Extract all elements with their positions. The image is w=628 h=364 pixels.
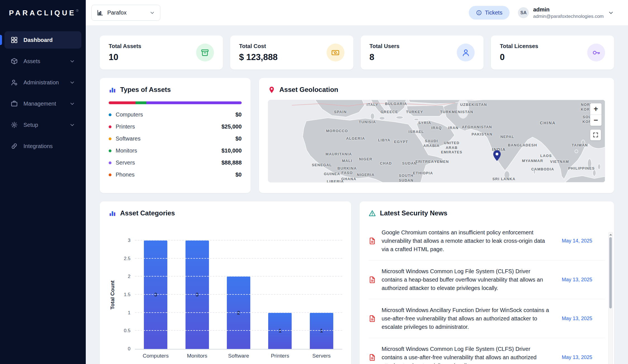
alert-file-icon bbox=[368, 354, 376, 361]
fullscreen-button[interactable] bbox=[590, 129, 601, 141]
map-controls: + − bbox=[590, 103, 602, 141]
types-of-assets-title: Types of Assets bbox=[109, 86, 242, 94]
integrations-icon bbox=[11, 142, 18, 150]
map-pin-icon bbox=[268, 86, 275, 94]
bar-column: 1 bbox=[259, 241, 301, 349]
sidebar-item-assets[interactable]: Assets bbox=[4, 53, 81, 70]
x-axis-labels: ComputersMonitorsSoftwarePrintersServers bbox=[135, 353, 342, 359]
x-axis-label: Computers bbox=[135, 353, 176, 359]
asset-categories-card: Asset Categories Total Count 33211 00.51… bbox=[100, 201, 351, 364]
user-icon bbox=[457, 44, 475, 61]
scrollbar-up-arrow-icon[interactable] bbox=[609, 234, 612, 235]
bar-software: 2 bbox=[227, 277, 250, 349]
chevron-down-icon bbox=[149, 10, 155, 16]
stat-card: Total Users8 bbox=[361, 35, 484, 70]
bar-computers: 3 bbox=[144, 241, 167, 349]
key-icon bbox=[587, 44, 605, 61]
y-axis-tick: 1 bbox=[128, 310, 130, 316]
sidebar-item-label: Administration bbox=[23, 79, 59, 86]
management-icon bbox=[11, 100, 18, 107]
user-menu[interactable]: SA admin admin@parafoxtechnologies.com bbox=[518, 6, 614, 19]
card-title-text: Types of Assets bbox=[120, 86, 171, 94]
avatar: SA bbox=[518, 7, 529, 18]
news-date-link[interactable]: May 14, 2025 bbox=[562, 238, 592, 244]
stat-card: Total Licenses0 bbox=[491, 35, 614, 70]
bar-value-label: 3 bbox=[154, 292, 157, 298]
scrollbar-thumb[interactable] bbox=[609, 237, 612, 308]
card-title-text: Asset Categories bbox=[120, 209, 175, 217]
legend-dot-icon bbox=[109, 125, 111, 128]
asset-type-row: Computers$0 bbox=[109, 109, 242, 121]
stat-value: 0 bbox=[500, 52, 538, 62]
gridline bbox=[135, 276, 342, 277]
sidebar-item-setup[interactable]: Setup bbox=[4, 116, 81, 134]
zoom-out-button[interactable]: − bbox=[590, 115, 601, 126]
stat-value: 10 bbox=[109, 52, 141, 62]
asset-type-label: Monitors bbox=[116, 147, 137, 154]
cash-icon bbox=[327, 44, 344, 61]
asset-type-label: Softwares bbox=[116, 135, 141, 142]
stat-value: 8 bbox=[370, 52, 399, 62]
legend-dot-icon bbox=[109, 149, 111, 152]
news-item: Google Chromium contains an insufficient… bbox=[368, 222, 605, 260]
gridline bbox=[135, 330, 342, 331]
stat-texts: Total Assets10 bbox=[109, 43, 141, 62]
asset-type-row: Monitors$10,000 bbox=[109, 145, 242, 157]
stat-value: $ 123,888 bbox=[239, 52, 278, 62]
world-map[interactable]: ITALYBULGARIASPAINGREECETURKEYTURKMENIST… bbox=[268, 100, 605, 182]
asset-type-value: $10,000 bbox=[222, 147, 242, 154]
legend-dot-icon bbox=[109, 137, 111, 140]
sidebar-item-dashboard[interactable]: Dashboard bbox=[4, 31, 81, 49]
sidebar-item-label: Setup bbox=[23, 122, 38, 128]
progress-segment bbox=[135, 101, 146, 104]
alert-file-icon bbox=[368, 315, 376, 322]
dashboard-content: Total Assets10Total Cost$ 123,888Total U… bbox=[86, 26, 628, 364]
legend-dot-icon bbox=[109, 161, 111, 164]
sidebar-collapse-icon[interactable] bbox=[76, 9, 78, 17]
sidebar-nav: DashboardAssetsAdministrationManagementS… bbox=[0, 26, 86, 160]
news-date-link[interactable]: May 13, 2025 bbox=[562, 277, 592, 283]
sidebar-item-label: Integrations bbox=[23, 143, 53, 149]
map-marker-pin[interactable] bbox=[493, 150, 501, 161]
dashboard-icon bbox=[11, 36, 18, 44]
stat-texts: Total Users8 bbox=[370, 43, 399, 62]
chevron-down-icon bbox=[69, 122, 75, 128]
news-item: Microsoft Windows Ancillary Function Dri… bbox=[368, 299, 605, 338]
user-name: admin bbox=[533, 6, 604, 13]
bar-column: 2 bbox=[218, 241, 259, 349]
sidebar-item-administration[interactable]: Administration bbox=[4, 74, 81, 91]
tickets-button[interactable]: Tickets bbox=[469, 6, 510, 20]
sidebar-item-management[interactable]: Management bbox=[4, 95, 81, 112]
chevron-down-icon bbox=[69, 80, 75, 85]
sidebar-item-label: Dashboard bbox=[23, 37, 53, 43]
alert-file-icon bbox=[368, 237, 376, 245]
org-name: Parafox bbox=[107, 9, 127, 16]
sidebar: PARACLIQUE DashboardAssetsAdministration… bbox=[0, 0, 86, 364]
brand-logo: PARACLIQUE bbox=[9, 9, 76, 17]
stat-texts: Total Licenses0 bbox=[500, 43, 538, 62]
asset-type-row: Phones$0 bbox=[109, 169, 242, 181]
sidebar-item-integrations[interactable]: Integrations bbox=[4, 137, 81, 155]
progress-segment bbox=[146, 101, 242, 104]
news-scrollbar[interactable] bbox=[608, 232, 613, 364]
asset-type-label: Printers bbox=[116, 123, 135, 130]
stat-texts: Total Cost$ 123,888 bbox=[239, 43, 278, 62]
news-date-link[interactable]: May 13, 2025 bbox=[562, 316, 592, 322]
warning-triangle-icon bbox=[368, 210, 376, 217]
asset-type-value: $0 bbox=[236, 135, 242, 142]
bar-chart-icon bbox=[109, 210, 116, 217]
chevron-down-icon bbox=[69, 58, 75, 64]
types-of-assets-card: Types of Assets Computers$0Printers$25,0… bbox=[100, 78, 251, 193]
info-icon bbox=[476, 10, 482, 16]
card-title-text: Asset Geolocation bbox=[279, 86, 338, 94]
news-date-link[interactable]: May 13, 2025 bbox=[562, 355, 592, 360]
user-info: admin admin@parafoxtechnologies.com bbox=[533, 6, 604, 19]
bar-column: 3 bbox=[135, 241, 176, 349]
chevron-down-icon bbox=[608, 10, 614, 16]
stat-card: Total Assets10 bbox=[100, 35, 223, 70]
map-land-shapes bbox=[268, 100, 605, 182]
zoom-in-button[interactable]: + bbox=[590, 103, 601, 115]
fullscreen-icon bbox=[593, 132, 599, 138]
organization-selector[interactable]: Parafox bbox=[91, 5, 160, 21]
org-chart-icon bbox=[97, 9, 103, 16]
